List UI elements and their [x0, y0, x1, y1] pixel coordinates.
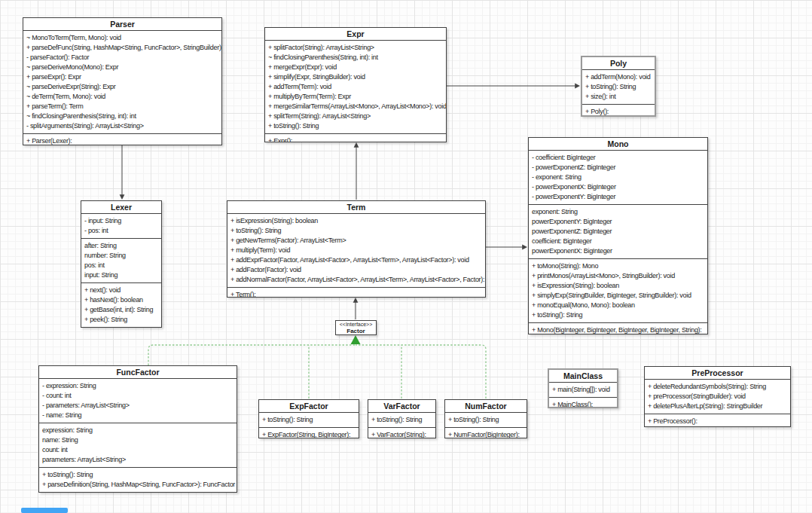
member-line: + toString(): String — [265, 121, 446, 131]
class-title: Term — [227, 201, 485, 213]
member-line: + toString(): String — [259, 415, 359, 425]
member-line: + PreProcessor(): — [645, 417, 790, 426]
member-line: + multiply(Term): void — [227, 246, 485, 255]
class-title: PreProcessor — [645, 367, 790, 379]
class-compartment: after: Stringnumber: Stringpos: intinput… — [81, 238, 161, 282]
class-compartment: - input: String- pos: int — [81, 213, 161, 238]
class-parser[interactable]: Parser~ MonoToTerm(Term, Mono): void+ pa… — [23, 17, 222, 145]
member-line: + toString(): String — [368, 415, 435, 425]
member-line: expression: String — [39, 426, 237, 435]
class-compartment: + Expr(): — [265, 133, 446, 142]
member-line: - expression: String — [39, 381, 237, 391]
class-compartment: + deleteRedundantSymbols(String): String… — [645, 379, 790, 414]
member-line: + size(): int — [582, 92, 655, 102]
member-line: + next(): void — [81, 286, 161, 295]
member-line: + toMono(String): Mono — [529, 261, 707, 271]
member-line: + peek(): String — [81, 315, 161, 325]
class-compartment: + VarFactor(String): — [368, 427, 435, 438]
class-title: Lexer — [81, 201, 161, 213]
member-line: - name: String — [39, 411, 237, 420]
realization-numfactor-factor[interactable] — [356, 345, 486, 398]
member-line: + splitTerm(String): ArrayList<String> — [265, 111, 446, 121]
class-compartment: + NumFactor(BigInteger): — [445, 427, 527, 438]
member-line: + toString(): String — [39, 470, 237, 480]
class-poly[interactable]: Poly+ addTerm(Mono): void+ toString(): S… — [581, 56, 656, 117]
class-varfactor[interactable]: VarFactor+ toString(): String+ VarFactor… — [368, 399, 436, 438]
member-line: powerExponentY: BigInteger — [529, 217, 707, 227]
member-line: + addExprFactor(Factor, ArrayList<Factor… — [227, 255, 485, 265]
member-line: + Mono(BigInteger, BigInteger, BigIntege… — [529, 325, 707, 334]
member-line: + addFactor(Factor): void — [227, 265, 485, 275]
member-line: count: int — [39, 445, 237, 455]
member-line: + hasNext(): boolean — [81, 295, 161, 305]
member-line: + toString(): String — [445, 415, 527, 425]
class-title: Poly — [582, 57, 655, 69]
member-line: powerExponentX: BigInteger — [529, 246, 707, 256]
member-line: + ExpFactor(String, BigInteger): — [259, 430, 359, 438]
member-line: + Parser(Lexer): — [23, 136, 221, 145]
member-line: + MainClass(): — [549, 400, 617, 408]
class-numfactor[interactable]: NumFactor+ toString(): String+ NumFactor… — [444, 399, 527, 438]
member-line: number: String — [81, 251, 161, 261]
member-line: ~ MonoToTerm(Term, Mono): void — [23, 33, 221, 43]
member-line: + isExpression(String): boolean — [227, 216, 485, 226]
diagram-canvas: Parser~ MonoToTerm(Term, Mono): void+ pa… — [0, 0, 812, 513]
member-line: ~ findClosingParenthesis(String, int): i… — [265, 53, 446, 63]
class-title: MainClass — [549, 370, 617, 382]
class-compartment: + toString(): String+ parseDefinition(St… — [39, 467, 237, 492]
class-compartment: expression: Stringname: Stringcount: int… — [39, 423, 237, 467]
member-line: - powerExponentZ: BigInteger — [529, 163, 707, 173]
member-line: + deleteRedundantSymbols(String): String — [645, 382, 790, 392]
member-line: name: String — [39, 435, 237, 445]
class-compartment: + PreProcessor(): — [645, 414, 790, 427]
member-line: ~ findClosingParenthesis(String, int): i… — [23, 111, 221, 121]
class-title: Parser — [23, 18, 221, 30]
member-line: - count: int — [39, 391, 237, 401]
member-line: + simplify(Expr, StringBuilder): void — [265, 72, 446, 82]
member-line: + main(String[]): void — [549, 385, 617, 395]
class-compartment: + toString(): String — [259, 412, 359, 427]
class-title: Factor — [336, 328, 376, 335]
class-compartment: - coefficient: BigInteger- powerExponent… — [529, 150, 707, 204]
member-line: - parseFactor(): Factor — [23, 53, 221, 63]
member-line: + Poly(): — [582, 107, 655, 117]
class-funcfactor[interactable]: FuncFactor- expression: String- count: i… — [38, 365, 237, 493]
arrowhead-expr-poly — [575, 84, 580, 89]
member-line: + Expr(): — [265, 136, 446, 142]
member-line: + Term(): — [227, 290, 485, 298]
member-line: + parseExpr(): Expr — [23, 72, 221, 82]
class-preprocessor[interactable]: PreProcessor+ deleteRedundantSymbols(Str… — [644, 366, 791, 427]
member-line: + parseTerm(): Term — [23, 102, 221, 111]
class-compartment: + Poly(): — [582, 104, 655, 117]
realization-funcfactor-factor[interactable] — [148, 345, 356, 365]
class-compartment: + main(String[]): void — [549, 382, 617, 397]
member-line: coefficient: BigInteger — [529, 237, 707, 246]
class-title: VarFactor — [368, 400, 435, 412]
class-term[interactable]: Term+ isExpression(String): boolean+ toS… — [227, 200, 486, 298]
member-line: - powerExponentY: BigInteger — [529, 192, 707, 202]
realization-triangle-icon — [351, 335, 361, 344]
member-line: + addNormalFactor(Factor, ArrayList<Fact… — [227, 275, 485, 285]
member-line: + preProcessor(StringBuilder): void — [645, 392, 790, 402]
class-expr[interactable]: Expr+ splitFactor(String): ArrayList<Str… — [264, 27, 447, 142]
member-line: + toString(): String — [529, 310, 707, 320]
arrowhead-term-mono — [522, 245, 527, 250]
class-compartment: + next(): void+ hasNext(): boolean+ getB… — [81, 282, 161, 327]
member-line: + addTerm(Mono): void — [582, 72, 655, 82]
class-compartment: exponent: StringpowerExponentY: BigInteg… — [529, 204, 707, 258]
member-line: + monoEqual(Mono, Mono): boolean — [529, 301, 707, 310]
class-title: FuncFactor — [39, 366, 237, 378]
class-mono[interactable]: Mono- coefficient: BigInteger- powerExpo… — [528, 137, 708, 334]
class-mainclass[interactable]: MainClass+ main(String[]): void+ MainCla… — [548, 368, 618, 408]
class-factor[interactable]: <<Interface>>Factor — [335, 320, 377, 335]
member-line: input: String — [81, 270, 161, 280]
class-expfactor[interactable]: ExpFactor+ toString(): String+ ExpFactor… — [258, 399, 359, 438]
horizontal-scrollbar-thumb[interactable] — [21, 508, 68, 513]
class-title: NumFactor — [445, 400, 527, 412]
class-compartment: + Term(): — [227, 287, 485, 298]
arrowhead-factor-term — [353, 298, 359, 303]
class-compartment: ~ MonoToTerm(Term, Mono): void+ parseDef… — [23, 30, 221, 133]
class-lexer[interactable]: Lexer- input: String- pos: intafter: Str… — [81, 200, 162, 328]
member-line: after: String — [81, 241, 161, 251]
member-line: - parameters: ArrayList<String> — [39, 401, 237, 411]
